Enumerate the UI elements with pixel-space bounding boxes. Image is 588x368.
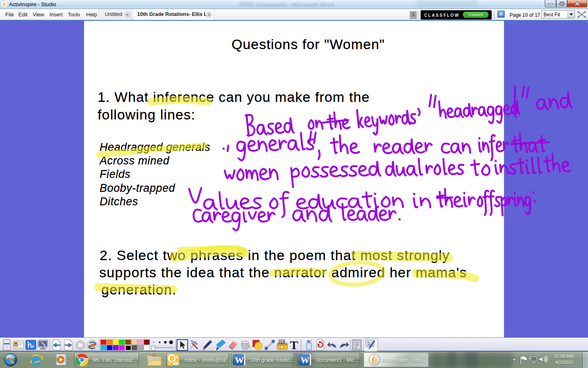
svg-text:W: W xyxy=(301,355,310,365)
svg-text:T: T xyxy=(290,338,298,352)
svg-text:W: W xyxy=(235,355,244,365)
